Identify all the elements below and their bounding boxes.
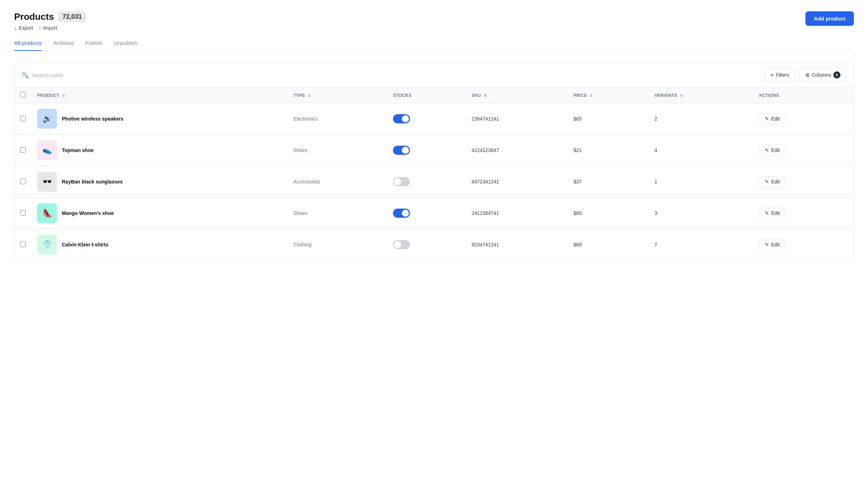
col-sku: SKU bbox=[471, 93, 481, 98]
sort-sku-icon[interactable]: ⇅ bbox=[484, 94, 487, 98]
product-variants-2: 4 bbox=[655, 147, 657, 153]
product-sku-2: 4124123847 bbox=[471, 147, 499, 153]
product-type-5: Clothing bbox=[293, 242, 311, 247]
edit-icon-5: ✎ bbox=[765, 242, 769, 247]
tab-publish[interactable]: Publish bbox=[85, 36, 102, 51]
stock-toggle-3[interactable] bbox=[393, 177, 410, 186]
row-checkbox-5[interactable] bbox=[20, 241, 26, 247]
products-table-container: 🔍 ≡ Filters ⊞ Columns 6 bbox=[14, 62, 854, 261]
search-input[interactable] bbox=[32, 72, 764, 78]
col-variants: VARIANTS bbox=[655, 93, 677, 98]
product-sku-3: 8472341241 bbox=[471, 179, 499, 185]
page-title: Products bbox=[14, 11, 54, 22]
product-type-2: Shoes bbox=[293, 147, 307, 153]
col-price: PRICE bbox=[573, 93, 587, 98]
tab-archived[interactable]: Archived bbox=[53, 36, 74, 51]
table-row: 👠 Mango Women's shoe Shoes 2412384741 $6… bbox=[14, 198, 854, 229]
product-image-1: 🔊 bbox=[37, 109, 57, 129]
edit-icon-3: ✎ bbox=[765, 179, 769, 185]
col-actions: ACTIONS bbox=[759, 93, 779, 98]
product-sku-1: 2384741241 bbox=[471, 116, 499, 122]
import-button[interactable]: ↑ Import bbox=[39, 25, 57, 31]
col-type: TYPE bbox=[293, 93, 305, 98]
product-image-4: 👠 bbox=[37, 203, 57, 223]
product-sku-4: 2412384741 bbox=[471, 210, 499, 216]
sort-price-icon[interactable]: ⇅ bbox=[590, 94, 593, 98]
table-row: 👕 Calvin Klein t-shirts Clothing 8234741… bbox=[14, 229, 854, 261]
columns-button[interactable]: ⊞ Columns 6 bbox=[799, 68, 846, 82]
sort-variants-icon[interactable]: ⇅ bbox=[680, 94, 683, 98]
product-image-2: 👟 bbox=[37, 140, 57, 160]
select-all-checkbox[interactable] bbox=[20, 92, 26, 98]
edit-icon-1: ✎ bbox=[765, 116, 769, 122]
edit-icon-2: ✎ bbox=[765, 147, 769, 153]
table-row: 🔊 Photive wireless speakers Electronics … bbox=[14, 103, 854, 135]
stock-toggle-1[interactable] bbox=[393, 114, 410, 123]
product-name-1: Photive wireless speakers bbox=[62, 116, 123, 122]
products-table: PRODUCT ⇅ TYPE ⇅ STOCKS SKU ⇅ PRICE ⇅ bbox=[14, 88, 854, 260]
stock-toggle-2[interactable] bbox=[393, 146, 410, 155]
product-image-5: 👕 bbox=[37, 235, 57, 255]
product-variants-3: 1 bbox=[655, 179, 657, 185]
search-bar: 🔍 ≡ Filters ⊞ Columns 6 bbox=[14, 63, 854, 88]
columns-count-badge: 6 bbox=[833, 71, 840, 78]
product-variants-4: 3 bbox=[655, 210, 657, 216]
stock-toggle-4[interactable] bbox=[393, 209, 410, 218]
filters-button[interactable]: ≡ Filters bbox=[764, 68, 795, 82]
row-checkbox-2[interactable] bbox=[20, 147, 26, 153]
sort-type-icon[interactable]: ⇅ bbox=[308, 94, 311, 98]
tab-unpublish[interactable]: Unpublish bbox=[114, 36, 137, 51]
filter-icon: ≡ bbox=[770, 72, 773, 78]
table-row: 🕶️ RayBan black sunglasses Accessories 8… bbox=[14, 166, 854, 198]
row-checkbox-3[interactable] bbox=[20, 179, 26, 184]
product-price-1: $65 bbox=[573, 116, 581, 122]
export-icon: ↓ bbox=[14, 25, 17, 31]
product-tabs: All products Archived Publish Unpublish bbox=[14, 36, 854, 51]
stock-toggle-5[interactable] bbox=[393, 240, 410, 249]
product-name-3: RayBan black sunglasses bbox=[62, 179, 123, 185]
col-stocks: STOCKS bbox=[393, 93, 412, 98]
edit-button-1[interactable]: ✎ Edit bbox=[759, 113, 786, 124]
product-sku-5: 8234741241 bbox=[471, 242, 499, 247]
table-row: 👟 Topman shoe Shoes 4124123847 $21 4 ✎ E… bbox=[14, 135, 854, 166]
product-price-3: $37 bbox=[573, 179, 581, 185]
search-icon: 🔍 bbox=[22, 72, 29, 78]
row-checkbox-1[interactable] bbox=[20, 116, 26, 121]
row-checkbox-4[interactable] bbox=[20, 210, 26, 216]
product-price-2: $21 bbox=[573, 147, 581, 153]
columns-icon: ⊞ bbox=[805, 72, 810, 78]
edit-button-2[interactable]: ✎ Edit bbox=[759, 145, 786, 156]
tab-all-products[interactable]: All products bbox=[14, 36, 42, 51]
product-price-4: $65 bbox=[573, 210, 581, 216]
product-name-5: Calvin Klein t-shirts bbox=[62, 242, 108, 247]
product-variants-1: 2 bbox=[655, 116, 657, 122]
product-count-badge: 72,031 bbox=[58, 12, 86, 22]
product-variants-5: 7 bbox=[655, 242, 657, 247]
sort-product-icon[interactable]: ⇅ bbox=[62, 94, 65, 98]
product-image-3: 🕶️ bbox=[37, 172, 57, 192]
product-name-2: Topman shoe bbox=[62, 147, 94, 153]
add-product-button[interactable]: Add product bbox=[805, 11, 854, 26]
edit-icon-4: ✎ bbox=[765, 210, 769, 216]
edit-button-5[interactable]: ✎ Edit bbox=[759, 239, 786, 250]
col-product: PRODUCT bbox=[37, 93, 59, 98]
product-type-4: Shoes bbox=[293, 210, 307, 216]
product-name-4: Mango Women's shoe bbox=[62, 210, 114, 216]
import-icon: ↑ bbox=[39, 25, 41, 31]
edit-button-4[interactable]: ✎ Edit bbox=[759, 208, 786, 219]
edit-button-3[interactable]: ✎ Edit bbox=[759, 176, 786, 187]
product-type-3: Accessories bbox=[293, 179, 320, 185]
product-price-5: $89 bbox=[573, 242, 581, 247]
product-type-1: Electronics bbox=[293, 116, 317, 122]
export-button[interactable]: ↓ Export bbox=[14, 25, 33, 31]
